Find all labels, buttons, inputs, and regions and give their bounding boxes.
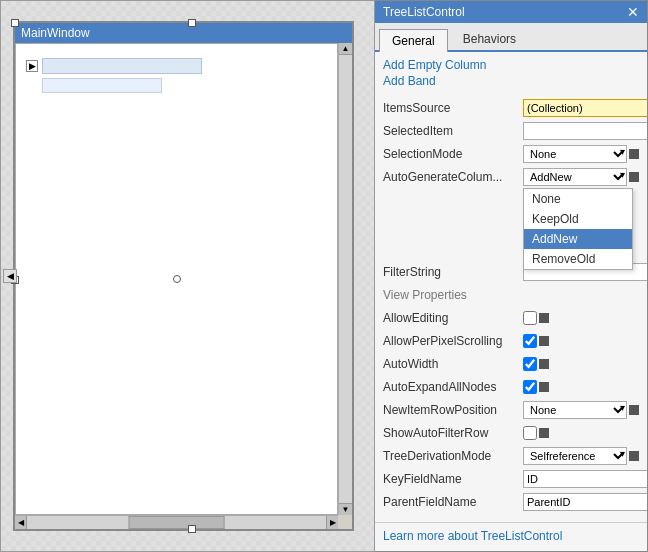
resize-s[interactable] [188,525,196,533]
prop-auto-generate-columns: AutoGenerateColum... None KeepOld AddNew… [383,167,639,187]
allow-editing-marker [539,313,549,323]
dropdown-option-none[interactable]: None [524,189,632,209]
allow-editing-checkbox[interactable] [523,311,537,325]
panel-footer: Learn more about TreeListControl [375,522,647,551]
prop-items-source: ItemsSource [383,98,639,118]
prop-label-parent-field: ParentFieldName [383,495,523,509]
window-title: MainWindow [21,26,90,40]
scroll-down-button[interactable]: ▼ [339,503,352,515]
close-icon[interactable]: ✕ [627,5,639,19]
new-item-row-marker [629,405,639,415]
scroll-left-button[interactable]: ◀ [15,516,27,529]
add-band-link[interactable]: Add Band [383,74,639,88]
prop-label-show-auto-filter: ShowAutoFilterRow [383,426,523,440]
learn-more-link[interactable]: Learn more about TreeListControl [383,529,639,543]
prop-view-properties-header: View Properties [383,285,639,305]
left-panel-toggle[interactable]: ◀ [3,269,17,283]
dropdown-option-keepold[interactable]: KeepOld [524,209,632,229]
prop-label-filter-string: FilterString [383,265,523,279]
prop-auto-width: AutoWidth [383,354,639,374]
new-item-row-select[interactable]: None Top Bottom [523,401,627,419]
prop-label-auto-width: AutoWidth [383,357,523,371]
prop-label-allow-per-pixel: AllowPerPixelScrolling [383,334,523,348]
prop-selection-mode: SelectionMode None Row Cell [383,144,639,164]
tab-behaviors[interactable]: Behaviors [450,27,529,50]
auto-generate-dropdown: None KeepOld AddNew RemoveOld [523,188,633,270]
prop-label-selected-item: SelectedItem [383,124,523,138]
selection-mode-select[interactable]: None Row Cell [523,145,627,163]
tab-general[interactable]: General [379,29,448,52]
prop-label-items-source: ItemsSource [383,101,523,115]
scroll-up-button[interactable]: ▲ [339,43,352,55]
prop-label-tree-derivation: TreeDerivationMode [383,449,523,463]
resize-handle-center[interactable] [173,275,181,283]
resize-n[interactable] [188,19,196,27]
prop-label-new-item-row: NewItemRowPosition [383,403,523,417]
selection-mode-marker [629,149,639,159]
prop-label-auto-expand: AutoExpandAllNodes [383,380,523,394]
prop-label-key-field: KeyFieldName [383,472,523,486]
parent-field-input[interactable] [523,493,647,511]
prop-label-selection-mode: SelectionMode [383,147,523,161]
tree-derivation-marker [629,451,639,461]
tree-derivation-select[interactable]: Selfreference [523,447,627,465]
show-auto-filter-marker [539,428,549,438]
view-properties-label: View Properties [383,288,523,302]
auto-width-checkbox[interactable] [523,357,537,371]
prop-label-auto-generate: AutoGenerateColum... [383,170,523,184]
scroll-right-button[interactable]: ▶ [326,516,338,529]
prop-allow-per-pixel: AllowPerPixelScrolling [383,331,639,351]
tree-expand-icon[interactable]: ▶ [26,60,38,72]
designer-area: MainWindow ▶ ▲ ▼ ◀ ▶ ◀ [0,0,375,552]
panel-title: TreeListControl [383,5,465,19]
tree-panel: TreeListControl ✕ General Behaviors Add … [375,0,648,552]
prop-parent-field: ParentFieldName [383,492,639,512]
prop-label-allow-editing: AllowEditing [383,311,523,325]
prop-show-auto-filter: ShowAutoFilterRow [383,423,639,443]
auto-expand-checkbox[interactable] [523,380,537,394]
key-field-input[interactable] [523,470,647,488]
dropdown-option-removeold[interactable]: RemoveOld [524,249,632,269]
auto-generate-marker [629,172,639,182]
prop-key-field: KeyFieldName [383,469,639,489]
auto-expand-marker [539,382,549,392]
prop-auto-expand: AutoExpandAllNodes [383,377,639,397]
prop-selected-item: SelectedItem [383,121,639,141]
show-auto-filter-checkbox[interactable] [523,426,537,440]
auto-generate-select[interactable]: None KeepOld AddNew RemoveOld [523,168,627,186]
items-source-input[interactable] [523,99,647,117]
tabs-container: General Behaviors [375,23,647,52]
selected-item-input[interactable] [523,122,647,140]
prop-allow-editing: AllowEditing [383,308,639,328]
allow-per-pixel-marker [539,336,549,346]
prop-tree-derivation: TreeDerivationMode Selfreference [383,446,639,466]
resize-nw[interactable] [11,19,19,27]
prop-new-item-row: NewItemRowPosition None Top Bottom [383,400,639,420]
add-empty-column-link[interactable]: Add Empty Column [383,58,639,72]
panel-header: TreeListControl ✕ [375,1,647,23]
dropdown-option-addnew[interactable]: AddNew [524,229,632,249]
allow-per-pixel-checkbox[interactable] [523,334,537,348]
panel-body: Add Empty Column Add Band ItemsSource Se… [375,52,647,522]
auto-width-marker [539,359,549,369]
